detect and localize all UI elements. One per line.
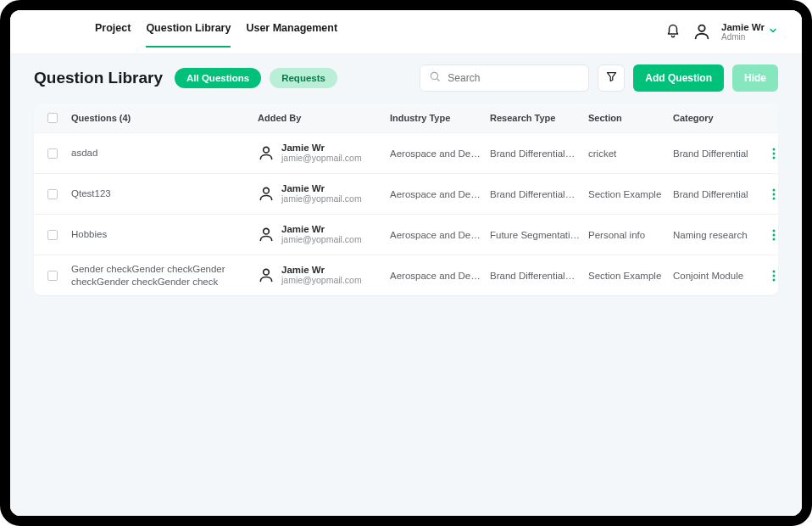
table-row: Gender checkGender checkGender checkGend… [34,255,778,295]
added-by-email: jamie@yopmail.com [281,154,362,164]
svg-point-7 [264,188,270,194]
col-category: Category [670,113,761,123]
cell-section: Section Example [585,271,670,281]
search-icon [429,70,441,86]
table-body: asdadJamie Wrjamie@yopmail.comAerospace … [34,132,778,295]
cell-category: Brand Differential [670,189,761,199]
user-role: Admin [721,32,765,42]
svg-point-16 [773,270,776,272]
cell-section: Section Example [585,189,670,199]
svg-point-9 [773,193,776,195]
added-by-email: jamie@yopmail.com [281,276,362,286]
cell-added-by: Jamie Wrjamie@yopmail.com [254,265,387,286]
hide-button[interactable]: Hide [732,64,778,92]
col-industry: Industry Type [387,113,487,123]
user-menu[interactable]: Jamie Wr Admin [721,22,778,42]
row-checkbox[interactable] [47,148,58,159]
svg-point-4 [773,148,776,150]
table-row: asdadJamie Wrjamie@yopmail.comAerospace … [34,132,778,173]
page-title: Question Library [34,69,163,87]
cell-category: Brand Differential [670,148,761,159]
svg-point-5 [773,152,776,154]
chevron-down-icon [768,24,778,39]
cell-added-by: Jamie Wrjamie@yopmail.com [254,224,387,245]
topbar: Project Question Library User Management… [10,10,802,54]
filter-button[interactable] [598,64,625,92]
row-actions-menu[interactable] [765,144,778,163]
questions-table: Questions (4) Added By Industry Type Res… [34,104,778,295]
table-row: Qtest123Jamie Wrjamie@yopmail.comAerospa… [34,173,778,214]
cell-section: cricket [585,148,670,159]
cell-category: Conjoint Module [670,271,761,281]
cell-question: Qtest123 [68,187,246,199]
svg-point-11 [264,229,270,235]
content-area: Question Library All Questions Requests … [10,54,802,516]
nav-item-user-management[interactable]: User Management [246,17,337,48]
col-section: Section [585,113,670,123]
svg-point-10 [773,197,776,199]
row-checkbox[interactable] [47,271,58,281]
svg-point-0 [698,25,704,31]
user-avatar-icon [692,22,711,41]
cell-section: Personal info [585,230,670,240]
bell-icon[interactable] [664,22,682,41]
chip-requests[interactable]: Requests [270,68,337,88]
table-row: HobbiesJamie Wrjamie@yopmail.comAerospac… [34,214,778,255]
row-checkbox[interactable] [47,230,58,240]
filter-icon [605,70,618,87]
cell-added-by: Jamie Wrjamie@yopmail.com [254,183,387,204]
cell-research: Brand Differential… [487,148,585,159]
svg-point-17 [773,274,776,277]
cell-category: Naming research [670,230,761,240]
nav-item-project[interactable]: Project [95,17,131,48]
svg-point-18 [773,278,776,281]
row-actions-menu[interactable] [765,226,778,244]
svg-point-6 [773,156,776,159]
cell-industry: Aerospace and De… [387,271,487,281]
user-name: Jamie Wr [721,22,765,33]
nav-item-question-library[interactable]: Question Library [146,17,231,48]
add-question-button[interactable]: Add Question [633,64,724,92]
added-by-email: jamie@yopmail.com [281,235,362,245]
cell-research: Future Segmentati… [487,230,585,240]
table-header: Questions (4) Added By Industry Type Res… [34,104,778,132]
cell-question: asdad [68,147,246,159]
cell-question: Hobbies [68,228,246,240]
cell-research: Brand Differential… [487,271,585,281]
svg-point-8 [773,188,776,191]
cell-industry: Aerospace and De… [387,230,487,240]
row-actions-menu[interactable] [765,185,778,204]
svg-point-12 [773,229,776,232]
svg-point-15 [264,270,270,276]
col-added-by: Added By [254,113,387,123]
cell-added-by: Jamie Wrjamie@yopmail.com [254,143,387,164]
svg-point-14 [773,238,776,240]
row-checkbox[interactable] [47,189,58,199]
cell-industry: Aerospace and De… [387,189,487,199]
select-all-checkbox[interactable] [47,113,58,123]
added-by-email: jamie@yopmail.com [281,194,362,204]
cell-research: Brand Differential… [487,189,585,199]
col-questions: Questions (4) [68,113,254,123]
avatar-icon [258,226,275,243]
chip-all-questions[interactable]: All Questions [175,68,261,88]
svg-line-2 [437,79,440,81]
avatar-icon [258,266,275,283]
col-research: Research Type [487,113,585,123]
cell-question: Gender checkGender checkGender checkGend… [68,263,246,288]
search-input-wrapper[interactable] [420,64,589,92]
svg-point-13 [773,233,776,236]
cell-industry: Aerospace and De… [387,148,487,159]
row-actions-menu[interactable] [765,266,778,285]
toolbar: Question Library All Questions Requests … [10,54,802,104]
avatar-icon [258,144,275,161]
svg-point-3 [264,148,270,154]
avatar-icon [258,185,275,202]
search-input[interactable] [448,72,575,84]
top-nav: Project Question Library User Management [95,17,337,48]
